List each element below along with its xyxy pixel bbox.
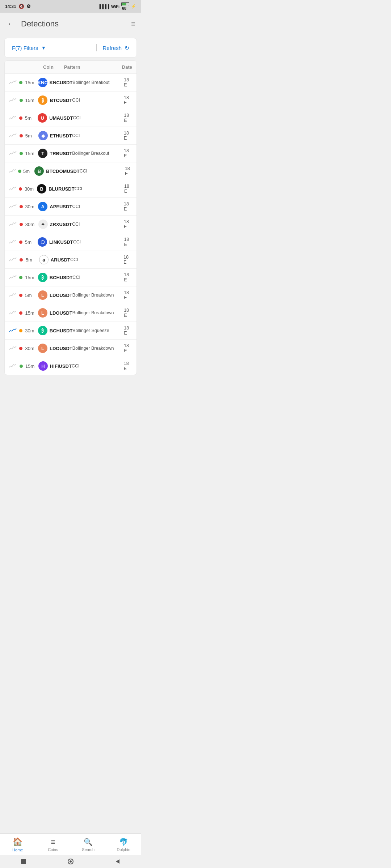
timeframe-label: 15m [25,151,38,156]
status-dot [19,311,25,315]
filters-button[interactable]: F(7) Filters ▼ [12,45,91,51]
table-row[interactable]: 5m B BTCDOMUSDT CCI 18 E [5,162,136,180]
coin-name: BTCDOMUSDT [46,169,79,174]
timeframe-label: 5m [25,115,38,121]
chart-icon [9,328,19,333]
timeframe-label: 15m [25,80,38,85]
chart-icon [9,97,20,103]
chart-icon [9,275,19,280]
pattern-label: Bollinger Breakdown [72,346,124,351]
table-row[interactable]: 15m ₿ BCHUSDT CCI 18 E [5,269,136,286]
status-dot [19,276,25,279]
timeframe-label: 5m [23,169,34,174]
coin-icon: B [34,166,44,176]
table-row[interactable]: 30m L LDOUSDT Bollinger Breakdown 18 E [5,340,136,357]
date-label: 18 E [124,290,132,300]
pattern-label: CCI [75,186,124,191]
filter-label: F(7) Filters [12,45,38,51]
coin-icon: L [38,290,47,300]
coin-name: LDOUSDT [50,310,72,316]
date-label: 18 E [124,326,132,336]
date-label: 18 E [124,148,132,158]
status-dot [20,258,26,261]
table-row[interactable]: 5m U UMAUSDT CCI 18 E [5,109,136,127]
chart-icon [9,80,19,85]
chart-icon [9,221,20,227]
table-row[interactable]: 15m L LDOUSDT Bollinger Breakdown 18 E [5,304,136,322]
status-dot [19,347,25,350]
coin-icon: L [38,308,47,318]
mute-icon: 🔇 [18,4,24,9]
table-row[interactable]: 15m ₿ BTCUSDT CCI 18 E [5,92,136,109]
coin-icon: ₿ [38,326,47,335]
pattern-label: CCI [73,115,124,120]
timeframe-label: 5m [25,133,38,139]
status-dot [19,294,25,297]
status-dot [19,241,25,244]
back-button[interactable]: ← [6,18,17,30]
pattern-label: Bollinger Breakout [72,151,124,156]
table-row[interactable]: 30m B BLURUSDT CCI 18 E [5,180,136,198]
coin-icon: a [39,255,49,264]
chart-icon [9,239,19,245]
timeframe-label: 30m [25,204,38,209]
chart-icon [9,363,20,369]
timeframe-label: 30m [25,186,37,192]
table-row[interactable]: 15m T TRBUSDT Bollinger Breakout 18 E [5,145,136,162]
table-row[interactable]: 5m ◆ ETHUSDT CCI 18 E [5,127,136,145]
date-label: 18 E [124,201,132,212]
table-row[interactable]: 30m ₿ BCHUSDT Bollinger Squeeze 18 E [5,322,136,340]
wifi-icon: WiFi [111,4,119,9]
pattern-label: CCI [72,133,124,138]
coin-name: KNCUSDT [50,80,73,85]
pattern-label: CCI [72,204,124,209]
coin-name: HIFIUSDT [50,363,72,369]
col-header-date: Date [122,64,132,70]
status-dot [19,187,24,191]
table-row[interactable]: 30m ✦ ZRXUSDT CCI 18 E [5,216,136,233]
charging-icon: ⚡ [131,4,136,9]
menu-button[interactable]: ≡ [131,20,135,28]
timeframe-label: 30m [25,346,38,351]
pattern-label: CCI [80,169,125,174]
signal-icon: ▐▐▐▐ [98,4,109,9]
date-label: 18 E [123,255,132,265]
timeframe-label: 5m [25,239,38,245]
table-row[interactable]: 15m H HIFIUSDT CCI 18 E [5,357,136,375]
date-label: 18 E [124,113,132,123]
filter-divider [96,44,97,51]
status-dot [19,116,25,120]
table-row[interactable]: 5m a ARUSDT CCI 18 E [5,251,136,269]
date-label: 18 E [124,308,132,318]
timeframe-label: 15m [25,98,38,103]
timeframe-label: 30m [25,328,38,333]
pattern-label: Bollinger Breakdown [72,293,124,298]
pattern-label: CCI [72,275,124,280]
status-bar: 14:31 🔇 ⚙ ▐▐▐▐ WiFi 68 ⚡ [0,0,141,13]
refresh-button[interactable]: Refresh ↻ [102,44,129,51]
table-row[interactable]: 30m A APEUSDT CCI 18 E [5,198,136,216]
timeframe-label: 5m [26,257,39,263]
detections-table: Coin Pattern Date 15m KNC KNCUSDT Bollin… [4,60,137,375]
col-header-coin: Coin [42,64,64,70]
date-label: 18 E [125,166,132,176]
table-row[interactable]: 15m KNC KNCUSDT Bollinger Breakout 18 E [5,74,136,92]
table-row[interactable]: 5m L LDOUSDT Bollinger Breakdown 18 E [5,286,136,304]
table-row[interactable]: 5m ⬡ LINKUSDT CCI 18 E [5,233,136,251]
chart-icon [9,292,19,298]
coin-name: LINKUSDT [49,239,73,245]
timeframe-label: 15m [25,363,38,369]
filter-bar: F(7) Filters ▼ Refresh ↻ [4,38,137,58]
pattern-label: CCI [72,98,124,103]
coin-name: BTCUSDT [50,98,72,103]
date-label: 18 E [124,131,132,141]
pattern-label: CCI [70,257,123,262]
status-dot [20,152,25,155]
timeframe-label: 15m [25,310,38,316]
table-header: Coin Pattern Date [5,61,136,74]
pattern-label: CCI [73,239,124,244]
refresh-icon: ↻ [125,44,129,51]
coin-icon: L [38,344,47,353]
coin-icon: KNC [38,78,47,87]
status-dot [20,134,25,137]
